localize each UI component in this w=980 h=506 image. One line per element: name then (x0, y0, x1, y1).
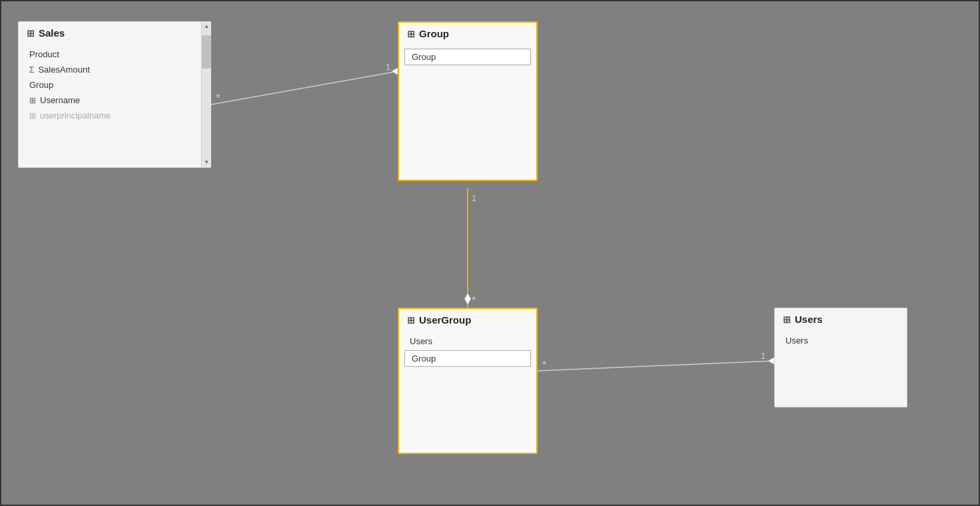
grid-icon-upn: ⊞ (29, 111, 36, 121)
table-group[interactable]: ⊞ Group Group (398, 21, 538, 181)
svg-marker-5 (464, 293, 471, 305)
field-upn-label: userprincipalname (40, 111, 111, 121)
field-product-label: Product (29, 49, 59, 59)
svg-marker-9 (768, 358, 774, 364)
table-usergroup-icon: ⊞ (407, 315, 415, 326)
table-usergroup-header: ⊞ UserGroup (399, 309, 536, 330)
table-sales-icon: ⊞ (27, 28, 35, 39)
field-usergroup-users-label: Users (410, 336, 432, 346)
grid-icon-username: ⊞ (29, 96, 36, 105)
field-username[interactable]: ⊞ Username (19, 93, 211, 108)
table-sales-header: ⊞ Sales (19, 22, 211, 43)
table-users[interactable]: ⊞ Users Users (774, 308, 907, 407)
table-group-title: Group (419, 28, 449, 39)
diagram-canvas: * 1 1 * * 1 ⊞ Sales Product (0, 0, 980, 506)
field-userprincipalname[interactable]: ⊞ userprincipalname (19, 108, 211, 123)
svg-text:*: * (472, 295, 476, 306)
scroll-down-arrow[interactable]: ▼ (202, 158, 211, 167)
table-usergroup[interactable]: ⊞ UserGroup Users Group (398, 308, 538, 454)
svg-line-0 (211, 71, 398, 105)
field-usergroup-users[interactable]: Users (399, 334, 536, 349)
svg-marker-1 (392, 68, 398, 75)
svg-text:1: 1 (386, 62, 390, 72)
table-users-header: ⊞ Users (775, 308, 907, 329)
field-group-group[interactable]: Group (404, 49, 531, 65)
field-username-label: Username (40, 95, 80, 105)
table-usergroup-body: Users Group (399, 330, 536, 374)
scroll-up-arrow[interactable]: ▲ (202, 22, 211, 31)
field-group-label: Group (29, 80, 53, 90)
field-usergroup-group-label: Group (412, 354, 436, 364)
field-group[interactable]: Group (19, 77, 211, 93)
table-usergroup-title: UserGroup (419, 314, 471, 326)
table-group-header: ⊞ Group (399, 23, 536, 43)
svg-line-8 (538, 361, 774, 371)
svg-text:1: 1 (472, 193, 476, 203)
table-users-icon: ⊞ (783, 314, 791, 325)
table-group-body: Group (399, 43, 536, 72)
svg-text:*: * (542, 360, 546, 371)
table-sales-title: Sales (39, 27, 65, 39)
field-users-users[interactable]: Users (775, 333, 907, 348)
field-users-users-label: Users (785, 336, 808, 346)
field-sales-amount[interactable]: Σ SalesAmount (19, 62, 211, 77)
field-group-group-label: Group (412, 52, 436, 62)
table-users-body: Users (775, 329, 907, 354)
sigma-icon: Σ (29, 65, 34, 75)
scroll-thumb (202, 35, 211, 69)
svg-text:*: * (216, 93, 220, 104)
table-users-title: Users (795, 314, 823, 325)
table-sales[interactable]: ⊞ Sales Product Σ SalesAmount Group ⊞ Us… (18, 21, 211, 168)
table-group-icon: ⊞ (407, 29, 415, 39)
sales-scrollbar[interactable]: ▲ ▼ (201, 22, 211, 167)
table-sales-body: Product Σ SalesAmount Group ⊞ Username ⊞… (19, 43, 211, 128)
field-usergroup-group[interactable]: Group (404, 350, 531, 367)
svg-text:1: 1 (761, 351, 765, 361)
field-product[interactable]: Product (19, 47, 211, 62)
field-sales-amount-label: SalesAmount (38, 65, 89, 75)
